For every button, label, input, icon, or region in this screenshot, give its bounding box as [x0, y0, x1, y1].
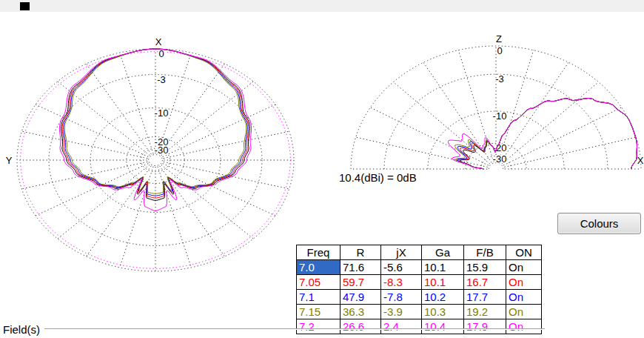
- cell-r: 47.9: [341, 290, 381, 305]
- grid-spoke: [504, 137, 636, 167]
- cell-on[interactable]: On: [506, 290, 542, 305]
- trace-7.15: [455, 99, 637, 170]
- grid-spoke: [87, 64, 152, 154]
- cell-ga: 10.1: [422, 260, 464, 275]
- grid-spoke: [370, 107, 489, 165]
- cell-fb: 19.2: [464, 305, 506, 319]
- frequency-results-table[interactable]: FreqRjXGaF/BON7.071.6-5.610.115.9On7.055…: [296, 245, 542, 334]
- cell-on[interactable]: On: [506, 305, 542, 319]
- colours-button[interactable]: Colours: [557, 213, 641, 234]
- grid-spoke: [502, 82, 598, 164]
- trace-7.1: [457, 99, 637, 170]
- cell-on[interactable]: On: [506, 260, 542, 275]
- cell-ga: 10.4: [422, 319, 464, 334]
- grid-spoke: [58, 165, 150, 239]
- cell-r: 36.3: [341, 305, 381, 319]
- cell-jx: -8.3: [381, 275, 422, 290]
- grid-spoke: [163, 164, 275, 216]
- cell-r: 59.7: [341, 275, 381, 290]
- cell-on[interactable]: On: [506, 319, 542, 334]
- cell-fb: 17.7: [464, 290, 506, 305]
- table-header-row: FreqRjXGaF/BON: [297, 245, 542, 260]
- cell-fb: 17.9: [464, 319, 506, 334]
- grid-ring: [149, 155, 163, 166]
- trace-7.2: [448, 99, 637, 170]
- ring-label: 0: [497, 45, 502, 56]
- ring-label: -10: [493, 110, 507, 122]
- grid-spoke: [36, 164, 148, 216]
- grid-spoke: [120, 53, 153, 153]
- trace-7.05: [458, 99, 637, 170]
- ring-label: -3: [495, 73, 504, 84]
- grid-spoke: [21, 131, 147, 158]
- cell-jx: 2.4: [381, 319, 422, 334]
- grid-spoke: [503, 107, 622, 165]
- trace-7.0: [460, 99, 637, 170]
- cell-freq[interactable]: 7.05: [297, 275, 341, 290]
- axis-label-left: Y: [6, 155, 13, 166]
- cell-jx: -5.6: [381, 260, 422, 275]
- column-header-freq: Freq: [297, 245, 341, 260]
- far-field-plot-window: 0-3-10-20-30XY0-3-10-20-30ZX 10.4(dBi) =…: [0, 0, 644, 338]
- column-header-jx: jX: [381, 245, 422, 260]
- axis-label-top: Z: [496, 33, 502, 44]
- grid-spoke: [356, 137, 488, 167]
- ring-label: -10: [155, 107, 169, 119]
- cell-freq[interactable]: 7.2: [297, 319, 341, 334]
- cell-r: 71.6: [341, 260, 381, 275]
- axis-label-right: X: [637, 155, 644, 166]
- cell-freq[interactable]: 7.15: [297, 305, 341, 319]
- cell-fb: 15.9: [464, 260, 506, 275]
- cell-on[interactable]: On: [506, 275, 542, 290]
- column-header-fb: F/B: [464, 245, 506, 260]
- trace-7.05: [62, 49, 249, 198]
- cell-ga: 10.1: [422, 275, 464, 290]
- table-row[interactable]: 7.226.62.410.417.9On: [297, 319, 542, 334]
- grid-spoke: [163, 105, 275, 157]
- axis-label-top: X: [155, 36, 162, 47]
- cell-r: 26.6: [341, 319, 381, 334]
- cell-fb: 16.7: [464, 275, 506, 290]
- column-header-on: ON: [506, 245, 542, 260]
- ring-label: -30: [493, 153, 507, 165]
- table-row[interactable]: 7.147.9-7.810.217.7On: [297, 290, 542, 305]
- grid-spoke: [36, 105, 148, 157]
- ring-label: 0: [158, 48, 164, 59]
- fields-group-label: Field(s): [3, 323, 44, 336]
- cell-jx: -3.9: [381, 305, 422, 319]
- ring-label: -3: [157, 74, 166, 85]
- cell-freq[interactable]: 7.1: [297, 290, 341, 305]
- table-row[interactable]: 7.0559.7-8.310.116.7On: [297, 275, 542, 290]
- grid-spoke: [164, 131, 289, 158]
- column-header-ga: Ga: [422, 245, 464, 260]
- column-header-r: R: [341, 245, 381, 260]
- cell-jx: -7.8: [381, 290, 422, 305]
- grid-spoke: [161, 165, 253, 239]
- cell-freq[interactable]: 7.0: [297, 260, 341, 275]
- table-row[interactable]: 7.071.6-5.610.115.9On: [297, 260, 542, 275]
- ring-label: -30: [155, 145, 169, 156]
- fields-group-divider: [44, 328, 545, 330]
- cell-ga: 10.2: [422, 290, 464, 305]
- table-row[interactable]: 7.1536.3-3.910.319.2On: [297, 305, 542, 319]
- reference-level-label: 10.4(dBi) = 0dB: [339, 171, 417, 184]
- cell-ga: 10.3: [422, 305, 464, 319]
